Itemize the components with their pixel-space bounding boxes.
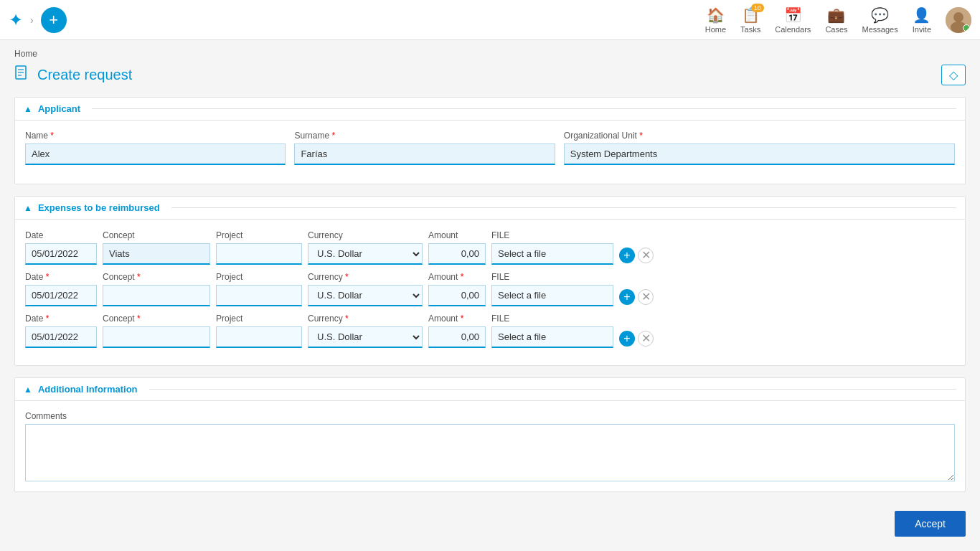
user-avatar[interactable] [946,7,971,33]
expense-2-project-input[interactable] [216,285,302,306]
expense-1-file-group: ‹ [491,243,613,265]
footer-row: Accept [14,504,966,544]
nav-invite-label: Invite [913,25,931,34]
nav-messages[interactable]: 💬 Messages [862,6,898,34]
applicant-form-row: Name * Surname * Organizational Unit * [25,131,955,165]
expense-2-date-input[interactable] [25,285,97,306]
expense-3-date-group: Date * [25,314,97,348]
expense-row-1: U.S. Dollar Euro GBP ‹ + ✕ [25,243,955,265]
expense-3-file-label: FILE [491,314,613,324]
col-header-file: FILE [491,230,613,240]
page-title: Create request [14,65,132,85]
expense-1-project-group [216,243,302,265]
name-group: Name * [25,131,286,165]
invite-icon: 👤 [913,6,930,24]
expenses-section-divider [171,207,956,208]
applicant-toggle[interactable]: ▲ [24,104,32,114]
cases-icon: 💼 [827,6,845,24]
expense-1-date-input[interactable] [25,243,97,265]
expenses-section: ▲ Expenses to be reimbursed Date Concept… [14,196,966,366]
surname-input[interactable] [294,143,555,165]
nav-tasks[interactable]: 📋 10 Tasks [740,6,760,34]
expense-2-remove-button[interactable]: ✕ [638,289,654,305]
page-title-icon [14,65,30,85]
expense-1-currency-select[interactable]: U.S. Dollar Euro GBP [308,243,423,265]
org-unit-group: Organizational Unit * [564,131,955,165]
expense-3-concept-input[interactable] [103,326,210,348]
expenses-section-title: Expenses to be reimbursed [38,202,160,213]
expense-3-file-wrapper: ‹ [491,326,613,348]
expense-1-remove-button[interactable]: ✕ [638,248,654,263]
nav-calendars-label: Calendars [775,25,811,34]
expense-2-file-wrapper: ‹ [491,285,613,306]
additional-info-divider [149,389,956,390]
expense-3-amount-label: Amount * [428,314,486,324]
col-header-project: Project [216,230,302,240]
additional-info-section: ▲ Additional Information Comments [14,377,966,492]
nav-home-label: Home [705,25,726,34]
diamond-button[interactable]: ◇ [941,65,966,85]
org-unit-input[interactable] [564,143,955,165]
expense-1-file-input[interactable] [492,245,624,263]
col-header-concept: Concept [103,230,210,240]
surname-label: Surname * [294,131,555,141]
expense-3-file-input[interactable] [492,328,624,346]
comments-group: Comments [25,411,955,481]
expense-2-amount-input[interactable] [428,285,486,306]
expenses-section-body: Date Concept Project Currency Amount FIL… [15,220,965,365]
expense-2-file-input[interactable] [492,286,624,304]
expenses-toggle[interactable]: ▲ [24,203,32,213]
expense-3-project-input[interactable] [216,326,302,348]
expense-2-actions: + ✕ [619,289,654,306]
org-unit-label: Organizational Unit * [564,131,955,141]
expense-3-currency-group: Currency * U.S. Dollar Euro GBP [308,314,423,348]
nav-calendars[interactable]: 📅 Calendars [775,6,811,34]
expense-2-currency-group: Currency * U.S. Dollar Euro GBP [308,272,423,306]
applicant-section-body: Name * Surname * Organizational Unit * [15,121,965,184]
expense-3-date-label: Date * [25,314,97,324]
calendars-icon: 📅 [784,6,802,24]
nav-home[interactable]: 🏠 Home [705,6,726,34]
expense-2-amount-group: Amount * [428,272,486,306]
tasks-badge: 10 [751,4,764,12]
expense-3-project-group: Project [216,314,302,348]
expense-3-file-group: FILE ‹ [491,314,613,348]
applicant-section-divider [92,108,956,109]
expense-2-project-group: Project [216,272,302,306]
accept-button[interactable]: Accept [895,511,966,537]
top-navigation: ✦ › + 🏠 Home 📋 10 Tasks 📅 Calendars 💼 Ca… [0,0,980,40]
expense-2-currency-select[interactable]: U.S. Dollar Euro GBP [308,285,423,306]
svg-point-1 [953,12,963,22]
nav-invite[interactable]: 👤 Invite [913,6,931,34]
comments-textarea[interactable] [25,424,955,481]
expense-2-date-label: Date * [25,272,97,282]
expense-1-concept-input[interactable] [103,243,210,265]
additional-info-toggle[interactable]: ▲ [24,385,32,395]
expense-1-file-wrapper: ‹ [491,243,613,265]
expense-2-add-button[interactable]: + [619,289,635,305]
expense-3-currency-label: Currency * [308,314,423,324]
expense-2-amount-label: Amount * [428,272,486,282]
expense-2-concept-label: Concept * [103,272,210,282]
expense-3-amount-input[interactable] [428,326,486,348]
create-new-button[interactable]: + [41,7,67,33]
expense-3-date-input[interactable] [25,326,97,348]
expense-2-concept-input[interactable] [103,285,210,306]
col-header-date: Date [25,230,97,240]
expense-3-remove-button[interactable]: ✕ [638,331,654,347]
home-icon: 🏠 [707,6,725,24]
messages-icon: 💬 [871,6,889,24]
expense-3-currency-select[interactable]: U.S. Dollar Euro GBP [308,326,423,348]
nav-cases[interactable]: 💼 Cases [825,6,847,34]
expenses-section-header: ▲ Expenses to be reimbursed [15,197,965,220]
expense-1-project-input[interactable] [216,243,302,265]
main-content: Home Create request ◇ ▲ Applicant Name * [0,40,980,551]
nav-right: 🏠 Home 📋 10 Tasks 📅 Calendars 💼 Cases 💬 … [705,6,971,34]
comments-label: Comments [25,411,955,421]
expense-1-amount-input[interactable] [428,243,486,265]
nav-left: ✦ › + [9,7,67,33]
expense-1-add-button[interactable]: + [619,248,635,263]
name-input[interactable] [25,143,286,165]
expense-3-add-button[interactable]: + [619,331,635,347]
expense-1-currency-group: U.S. Dollar Euro GBP [308,243,423,265]
